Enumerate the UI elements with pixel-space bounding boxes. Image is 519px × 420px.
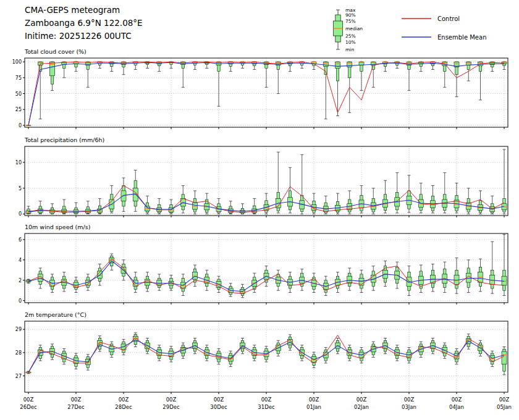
y-tick-label: 6	[19, 237, 22, 243]
boxplot	[407, 62, 411, 90]
boxplot	[311, 193, 316, 214]
boxplot	[169, 346, 174, 362]
x-tick-date: 28Dec	[115, 404, 132, 410]
legend-box-label: 10%	[345, 40, 356, 45]
boxplot	[300, 154, 305, 214]
boxplot	[431, 186, 436, 213]
boxplot	[407, 266, 411, 296]
panel-1: 0510Total precipitation (mm/6h)	[15, 136, 508, 217]
boxplot	[145, 196, 150, 214]
meteogram-page: CMA-GEPS meteogram Zamboanga 6.9°N 122.0…	[0, 0, 519, 420]
boxplot	[205, 193, 209, 214]
x-tick-hour: 00Z	[357, 397, 367, 403]
panel-2: 024610m wind speed (m/s)	[19, 224, 508, 304]
legend-box-label: 25%	[345, 33, 356, 39]
y-tick-label: 27	[15, 374, 22, 379]
boxplot	[454, 62, 459, 97]
x-tick-date: 02Jan	[354, 404, 369, 410]
control-legend-label: Control	[437, 15, 460, 22]
boxplot	[418, 183, 423, 212]
panel-title: Total cloud cover (%)	[24, 48, 86, 55]
boxplot	[502, 149, 507, 214]
boxplot	[252, 273, 257, 292]
boxplot	[85, 201, 90, 214]
boxplot	[335, 193, 340, 214]
legend-box-label: median	[345, 26, 363, 32]
boxplot	[288, 167, 293, 213]
boxplot	[442, 173, 447, 213]
boxplot	[300, 269, 305, 291]
panel-title: 2m temperature (°C)	[25, 311, 86, 318]
boxplot	[121, 178, 126, 211]
boxplot	[62, 272, 67, 292]
boxplot	[383, 180, 388, 213]
boxplot	[26, 371, 31, 374]
ensemble-legend-label: Ensemble Mean	[437, 34, 486, 41]
boxplot	[478, 62, 483, 100]
boxplot	[466, 188, 471, 214]
header: CMA-GEPS meteogram Zamboanga 6.9°N 122.0…	[25, 4, 143, 43]
boxplot	[228, 351, 233, 366]
boxplot	[26, 279, 31, 284]
boxplot	[62, 200, 67, 214]
init-time-label: Initime: 20251226 00UTC	[25, 30, 143, 43]
x-tick-hour: 00Z	[23, 397, 34, 403]
x-tick-hour: 00Z	[404, 397, 415, 403]
boxplot	[418, 265, 423, 292]
boxplot	[442, 262, 447, 292]
boxplot	[109, 342, 114, 357]
boxplot	[371, 188, 376, 214]
boxplot	[347, 268, 352, 290]
boxplot	[74, 62, 78, 71]
boxplot	[85, 62, 90, 87]
boxplot	[216, 198, 221, 214]
legend-box-label: 75%	[345, 19, 356, 24]
x-tick-date: 01Jan	[306, 404, 321, 410]
y-tick-label: 0	[19, 211, 22, 217]
boxplot	[454, 183, 459, 212]
boxplot	[347, 191, 352, 214]
y-tick-label: 0	[19, 123, 22, 128]
x-tick-date: 31Dec	[258, 404, 275, 410]
boxplot	[228, 201, 233, 214]
legend-box-label: min	[345, 47, 354, 52]
boxplot	[502, 235, 507, 296]
y-tick-label: 4	[19, 258, 22, 263]
x-axis: 00Z26Dec00Z27Dec00Z28Dec00Z29Dec00Z30Dec…	[20, 397, 512, 410]
x-tick-hour: 00Z	[261, 397, 272, 403]
boxplot	[264, 62, 269, 87]
y-tick-label: 28	[15, 350, 22, 356]
boxplot	[311, 352, 316, 368]
boxplot	[264, 346, 269, 362]
boxplot	[157, 274, 162, 290]
x-tick-hour: 00Z	[499, 397, 510, 403]
boxplot	[26, 206, 31, 214]
y-tick-label: 2	[19, 278, 22, 284]
boxplot	[85, 355, 90, 370]
series-legend: ControlEnsemble Mean	[402, 15, 486, 41]
meteogram-chart: 0255075100Total cloud cover (%)0510Total…	[0, 0, 519, 420]
x-tick-date: 04Jan	[449, 404, 464, 410]
boxes	[26, 235, 507, 298]
boxplot	[311, 62, 316, 69]
panel-0: 0255075100Total cloud cover (%)	[12, 48, 508, 129]
y-tick-label: 100	[12, 59, 22, 65]
x-tick-date: 05Jan	[497, 404, 512, 410]
boxplot	[264, 193, 269, 214]
legend-box-label: 90%	[345, 12, 356, 18]
panel-title: 10m wind speed (m/s)	[25, 224, 90, 230]
x-tick-hour: 00Z	[119, 397, 129, 403]
boxplot	[383, 261, 388, 286]
y-tick-label: 29	[15, 327, 22, 332]
boxplot	[133, 272, 138, 293]
y-tick-label: 25	[15, 107, 22, 112]
boxplot	[38, 201, 43, 214]
boxplot-legend: max90%75%median25%10%min	[334, 7, 363, 52]
boxplot	[407, 175, 411, 212]
boxplot	[145, 272, 150, 292]
boxplot	[395, 173, 400, 213]
x-tick-hour: 00Z	[71, 397, 82, 403]
x-tick-hour: 00Z	[166, 397, 177, 403]
panel-title: Total precipitation (mm/6h)	[24, 136, 104, 143]
y-tick-label: 0	[19, 298, 22, 304]
